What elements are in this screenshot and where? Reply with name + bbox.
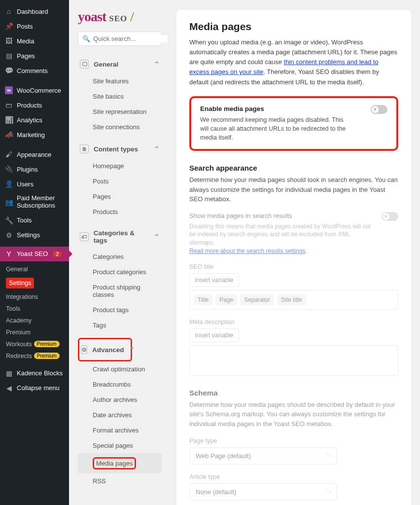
- nav-tags[interactable]: Tags: [78, 318, 162, 333]
- collapse-menu[interactable]: ◀Collapse menu: [0, 381, 69, 396]
- gauge-icon: ⌂: [5, 7, 13, 15]
- yoast-sub-premium[interactable]: Premium: [0, 326, 69, 338]
- yoast-sub-general[interactable]: General: [0, 263, 69, 275]
- x-icon: ✕: [372, 106, 379, 113]
- nav-site-representation[interactable]: Site representation: [78, 104, 162, 119]
- section-content-types[interactable]: 🗎Content types⌃: [78, 140, 162, 158]
- nav-marketing[interactable]: 📣Marketing: [0, 127, 69, 142]
- yoast-logo: yoast SEO /: [78, 9, 162, 25]
- file-icon: 🗎: [80, 144, 89, 153]
- token-page[interactable]: Page: [215, 294, 237, 305]
- nav-users[interactable]: 👤Users: [0, 177, 69, 191]
- nav-categories[interactable]: Categories: [78, 249, 162, 264]
- nav-yoast-seo[interactable]: YYoast SEO2: [0, 247, 69, 261]
- section-advanced[interactable]: ⚙Advanced⌃: [79, 340, 131, 359]
- box-icon: 🗃: [5, 101, 13, 109]
- insert-variable-button[interactable]: Insert variable: [189, 328, 239, 342]
- update-badge: 2: [53, 251, 62, 257]
- nav-analytics[interactable]: 📊Analytics: [0, 112, 69, 127]
- yoast-sub-tools[interactable]: Tools: [0, 303, 69, 315]
- wp-admin-sidebar: ⌂Dashboard 📌Posts 🖼Media ▤Pages 💬Comment…: [0, 0, 69, 505]
- nav-plugins[interactable]: 🔌Plugins: [0, 162, 69, 177]
- article-type-select[interactable]: None (default)⌃⌄: [189, 483, 337, 501]
- quick-search[interactable]: 🔍 ⌘K: [78, 32, 162, 46]
- token-title[interactable]: Title: [194, 294, 212, 305]
- nav-posts[interactable]: Posts: [78, 174, 162, 189]
- schema-desc: Determine how your media pages should be…: [189, 400, 398, 429]
- nav-date-archives[interactable]: Date archives: [78, 407, 162, 423]
- page-title: Media pages: [189, 21, 398, 33]
- group-icon: 👥: [5, 198, 13, 206]
- enable-media-desc: We recommend keeping media pages disable…: [200, 115, 348, 142]
- show-in-search-label: Show media pages in search results: [189, 212, 372, 219]
- nav-product-categories[interactable]: Product categories: [78, 264, 162, 280]
- pages-icon: ▤: [5, 52, 13, 60]
- chevron-up-icon: ⌃: [129, 346, 135, 354]
- nav-products[interactable]: 🗃Products: [0, 98, 69, 112]
- nav-breadcrumbs[interactable]: Breadcrumbs: [78, 377, 162, 392]
- nav-pages[interactable]: Pages: [78, 189, 162, 204]
- yoast-sub-integrations[interactable]: Integrations: [0, 291, 69, 303]
- article-type-label: Article type: [189, 473, 398, 480]
- sliders-icon: ⚙: [5, 231, 13, 239]
- meta-desc-label: Meta description: [189, 319, 398, 325]
- user-icon: 👤: [5, 180, 13, 188]
- nav-products[interactable]: Products: [78, 204, 162, 219]
- nav-media-pages[interactable]: Media pages: [78, 453, 162, 473]
- nav-comments[interactable]: 💬Comments: [0, 63, 69, 78]
- premium-pill: Premium: [34, 353, 60, 359]
- nav-crawl-optimization[interactable]: Crawl optimization: [78, 361, 162, 377]
- yoast-sub-redirects[interactable]: RedirectsPremium: [0, 350, 69, 362]
- enable-media-toggle[interactable]: ✕: [371, 105, 387, 114]
- plug-icon: 🔌: [5, 165, 13, 173]
- nav-kadence[interactable]: ▦Kadence Blocks: [0, 366, 69, 381]
- pin-icon: 📌: [5, 22, 13, 30]
- nav-settings[interactable]: ⚙Settings: [0, 228, 69, 243]
- search-appearance-heading: Search appearance: [189, 164, 398, 172]
- nav-tools[interactable]: 🔧Tools: [0, 213, 69, 228]
- search-input[interactable]: [93, 35, 176, 42]
- nav-format-archives[interactable]: Format archives: [78, 423, 162, 438]
- meta-desc-field[interactable]: [189, 345, 398, 376]
- select-arrows-icon: ⌃⌄: [326, 452, 331, 460]
- search-appearance-desc: Determine how your media pages should lo…: [189, 175, 398, 204]
- nav-dashboard[interactable]: ⌂Dashboard: [0, 4, 69, 19]
- token-separator[interactable]: Separator: [240, 294, 274, 305]
- nav-pages[interactable]: ▤Pages: [0, 48, 69, 63]
- nav-paid-member[interactable]: 👥Paid Member Subscriptions: [0, 191, 69, 213]
- yoast-sub-settings[interactable]: Settings: [0, 275, 69, 291]
- nav-woocommerce[interactable]: WWooCommerce: [0, 83, 69, 98]
- insert-variable-button[interactable]: Insert variable: [189, 273, 239, 287]
- nav-site-connections[interactable]: Site connections: [78, 119, 162, 135]
- read-more-link[interactable]: Read more about the search results setti…: [189, 248, 305, 254]
- section-categories-tags[interactable]: 🏷Categories & tags⌃: [78, 224, 162, 249]
- premium-pill: Premium: [34, 341, 60, 347]
- chevron-up-icon: ⌃: [154, 233, 160, 241]
- nav-homepage[interactable]: Homepage: [78, 158, 162, 174]
- media-icon: 🖼: [5, 37, 13, 45]
- nav-author-archives[interactable]: Author archives: [78, 392, 162, 407]
- nav-site-features[interactable]: Site features: [78, 73, 162, 89]
- show-in-search-toggle[interactable]: ✕: [382, 212, 398, 221]
- monitor-icon: 🖵: [80, 60, 89, 69]
- nav-posts[interactable]: 📌Posts: [0, 19, 69, 34]
- nav-rss[interactable]: RSS: [78, 473, 162, 489]
- yoast-sub-academy[interactable]: Academy: [0, 315, 69, 326]
- nav-media[interactable]: 🖼Media: [0, 34, 69, 48]
- nav-product-shipping[interactable]: Product shipping classes: [78, 280, 162, 302]
- nav-special-pages[interactable]: Special pages: [78, 438, 162, 453]
- chevron-up-icon: ⌃: [154, 60, 160, 68]
- page-type-select[interactable]: Web Page (default)⌃⌄: [189, 447, 337, 465]
- woo-icon: W: [5, 86, 13, 94]
- tag-icon: 🏷: [80, 232, 89, 241]
- nav-site-basics[interactable]: Site basics: [78, 89, 162, 104]
- enable-media-title: Enable media pages: [200, 105, 365, 112]
- nav-appearance[interactable]: 🖌Appearance: [0, 147, 69, 162]
- yoast-sub-workouts[interactable]: WorkoutsPremium: [0, 338, 69, 350]
- megaphone-icon: 📣: [5, 131, 13, 139]
- collapse-icon: ◀: [5, 384, 13, 392]
- nav-product-tags[interactable]: Product tags: [78, 302, 162, 318]
- section-general[interactable]: 🖵General⌃: [78, 55, 162, 73]
- token-site-title[interactable]: Site title: [277, 294, 306, 305]
- seo-title-field[interactable]: Title Page Separator Site title: [189, 290, 398, 310]
